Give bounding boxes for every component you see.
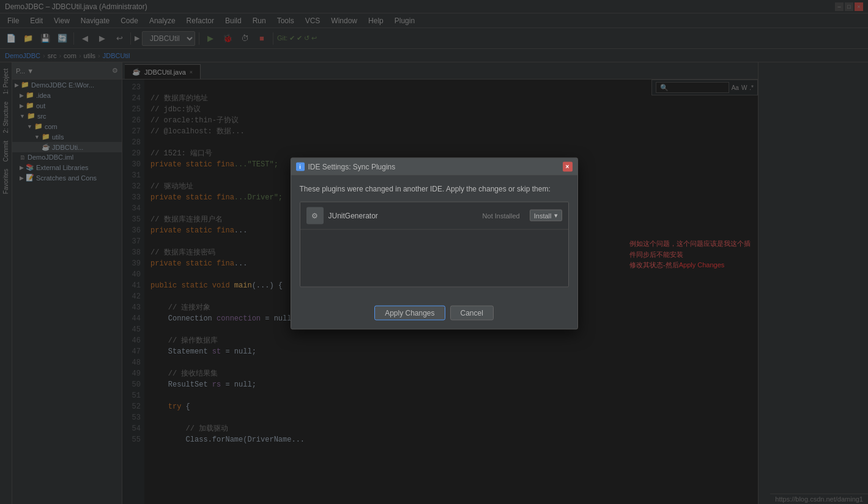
plugin-row-junitgenerator: ⚙ JUnitGenerator Not Installed Install ▾ xyxy=(300,202,568,229)
dropdown-arrow-icon: ▾ xyxy=(554,212,558,220)
plugin-list: ⚙ JUnitGenerator Not Installed Install ▾ xyxy=(300,201,569,287)
sync-plugins-dialog: i IDE Settings: Sync Plugins × These plu… xyxy=(291,158,578,330)
dialog-close-btn[interactable]: × xyxy=(563,161,573,171)
dialog-message: These plugins were changed in another ID… xyxy=(300,184,569,195)
plugin-icon-junitgenerator: ⚙ xyxy=(306,207,324,224)
plugin-action-dropdown[interactable]: Install ▾ xyxy=(530,210,562,221)
dialog-title-icon: i xyxy=(296,162,305,171)
dialog-body: These plugins were changed in another ID… xyxy=(291,176,577,301)
dialog-title-text: IDE Settings: Sync Plugins xyxy=(308,162,559,171)
apply-changes-button[interactable]: Apply Changes xyxy=(374,305,445,320)
dialog-title-bar: i IDE Settings: Sync Plugins × xyxy=(291,158,577,176)
plugin-status: Not Installed xyxy=(483,212,520,219)
plugin-name: JUnitGenerator xyxy=(328,211,478,220)
cancel-button[interactable]: Cancel xyxy=(450,305,494,320)
plugin-action-label: Install xyxy=(534,212,552,219)
dialog-footer: Apply Changes Cancel xyxy=(291,300,577,328)
